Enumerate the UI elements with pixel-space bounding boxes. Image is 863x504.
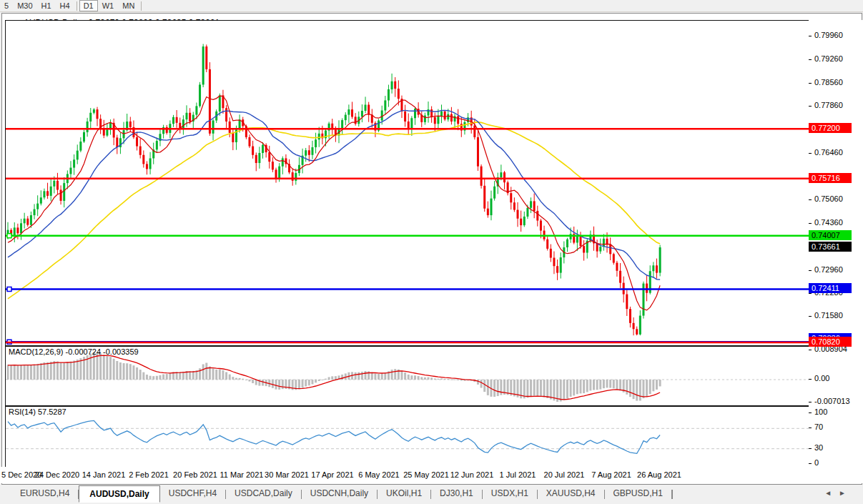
chart-tab-gbpusd-h1[interactable]: GBPUSD,H1: [605, 486, 671, 501]
price-axis-tick-label: 0.71580: [814, 311, 843, 320]
axis-tick-mark: [809, 106, 812, 107]
level-price-label-0.72411: 0.72411: [809, 283, 852, 293]
date-axis-label: 7 Aug 2021: [591, 470, 631, 479]
date-axis-label: 12 Jun 2021: [450, 470, 494, 479]
axis-tick-mark: [809, 316, 812, 317]
date-axis-label: 1 Jul 2021: [500, 470, 536, 479]
price-axis-tick-label: 0.79260: [814, 54, 843, 63]
price-axis-tick-label: 0.76460: [814, 148, 843, 157]
axis-tick-mark: [809, 270, 812, 271]
level-price-label-0.74007: 0.74007: [809, 230, 852, 240]
rsi-axis-label: 100: [814, 407, 827, 416]
level-price-label-0.75716: 0.75716: [809, 173, 852, 183]
price-axis-tick-label: 0.74360: [814, 218, 843, 227]
chart-tab-usdchf-h4[interactable]: USDCHF,H4: [160, 486, 225, 501]
toolbar-separator: [77, 1, 77, 11]
date-axis-label: 17 Apr 2021: [311, 470, 353, 479]
date-axis-label: 6 May 2021: [358, 470, 399, 479]
chart-tab-dj30-h1[interactable]: DJ30,H1: [431, 486, 482, 501]
timeframe-button-w1[interactable]: W1: [98, 1, 119, 11]
rsi-chart-svg[interactable]: [6, 407, 809, 467]
level-price-label-0.77200: 0.77200: [809, 123, 852, 133]
level-price-label-0.70820: 0.70820: [809, 337, 852, 347]
axis-tick-mark: [809, 379, 812, 380]
date-axis-label: 11 Mar 2021: [220, 470, 264, 479]
macd-label: MACD(12,26,9) -0.000724 -0.003359: [9, 347, 139, 356]
chart-tab-ukoil-h1[interactable]: UKOil,H1: [378, 486, 430, 501]
timeframe-button-h4[interactable]: H4: [56, 1, 74, 11]
price-axis-tick-label: 0.77860: [814, 101, 843, 109]
price-axis-tick-label: 0.75060: [814, 194, 843, 203]
toolbar-separator: [141, 1, 142, 11]
date-axis-label: 30 Mar 2021: [265, 470, 309, 479]
chart-tab-eurusd-h4[interactable]: EURUSD,H4: [11, 486, 78, 501]
axis-tick-mark: [809, 463, 812, 464]
date-axis: 5 Dec 202024 Dec 202014 Jan 20212 Feb 20…: [0, 467, 809, 483]
price-chart-svg[interactable]: [6, 21, 809, 345]
timeframe-button-m30[interactable]: M30: [13, 1, 36, 11]
axis-tick-mark: [809, 428, 812, 428]
axis-tick-mark: [809, 350, 812, 350]
rsi-axis-label: 0: [814, 458, 819, 467]
date-axis-label: 24 Dec 2020: [35, 470, 79, 479]
chart-tab-xauusd-h4[interactable]: XAUUSD,H4: [538, 486, 604, 501]
macd-axis-label: -0.007013: [814, 397, 850, 405]
axis-tick-mark: [809, 153, 812, 154]
rsi-indicator-pane[interactable]: RSI(14) 57.5287: [5, 406, 810, 468]
chart-tab-usdcad-daily[interactable]: USDCAD,Daily: [226, 486, 301, 501]
chart-tab-audusd-daily[interactable]: AUDUSD,Daily: [79, 485, 159, 503]
timeframe-button-mn[interactable]: MN: [118, 1, 139, 11]
current-price-label: 0.73661: [809, 242, 852, 252]
chart-tab-usdx-h1[interactable]: USDX,H1: [483, 486, 537, 501]
price-axis: 0.799600.792600.785600.778600.764600.750…: [809, 20, 863, 483]
date-axis-label: 20 Feb 2021: [173, 470, 217, 479]
price-axis-tick-label: 0.79960: [814, 31, 843, 39]
tab-scroll-left-icon[interactable]: ◄: [824, 489, 839, 497]
rsi-axis-label: 30: [814, 443, 823, 452]
axis-tick-mark: [809, 59, 812, 60]
axis-tick-mark: [809, 448, 812, 449]
rsi-axis-label: 70: [814, 423, 823, 431]
rsi-label: RSI(14) 57.5287: [9, 407, 66, 416]
date-axis-label: 26 Aug 2021: [637, 470, 681, 479]
date-axis-label: 20 Jul 2021: [544, 470, 585, 479]
tab-scroll-right-icon[interactable]: ►: [839, 489, 853, 497]
chart-tab-usdcnh-daily[interactable]: USDCNH,Daily: [302, 486, 377, 501]
price-axis-tick-label: 0.78560: [814, 78, 843, 87]
axis-tick-mark: [809, 199, 812, 200]
chart-tab-bar: EURUSD,H4AUDUSD,DailyUSDCHF,H4USDCAD,Dai…: [0, 485, 863, 504]
price-axis-tick-label: 0.72960: [814, 265, 843, 274]
timeframe-toolbar: 5M30H1H4D1W1MN: [0, 0, 863, 12]
axis-tick-mark: [809, 83, 812, 84]
macd-axis-label: 0.00: [814, 374, 829, 382]
tab-scroll-arrows: ◄►: [824, 489, 853, 497]
timeframe-button-5[interactable]: 5: [0, 1, 13, 11]
axis-tick-mark: [809, 412, 812, 413]
timeframe-button-d1[interactable]: D1: [79, 0, 98, 11]
tab-separator: [672, 490, 673, 499]
axis-tick-mark: [809, 223, 812, 224]
date-axis-label: 14 Jan 2021: [82, 470, 126, 479]
price-chart-pane[interactable]: [5, 20, 810, 346]
trading-platform-screen: 5M30H1H4D1W1MN ▲AUDUSD,Daily0.73670 0.73…: [0, 0, 863, 504]
axis-tick-mark: [809, 402, 812, 402]
axis-tick-mark: [809, 36, 812, 36]
date-axis-label: 2 Feb 2021: [129, 470, 169, 479]
timeframe-button-h1[interactable]: H1: [37, 1, 56, 11]
macd-indicator-pane[interactable]: MACD(12,26,9) -0.000724 -0.003359: [5, 346, 810, 406]
date-axis-label: 25 May 2021: [403, 470, 449, 479]
